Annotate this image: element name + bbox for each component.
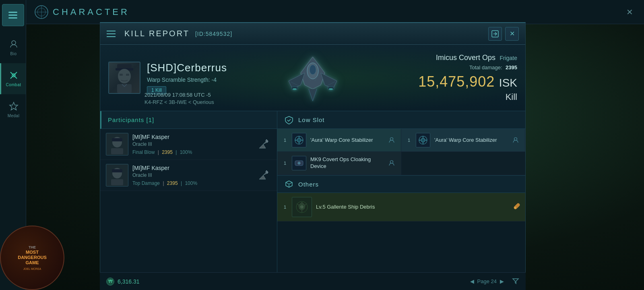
participant-name-2: [MI]MF Kasper — [132, 165, 251, 171]
panel-actions: ✕ — [488, 27, 519, 41]
slot-icon-3 — [292, 156, 306, 170]
ad-title-line4: GAME — [18, 260, 47, 265]
svg-point-43 — [421, 138, 425, 142]
kill-report-panel: KILL REPORT [ID:5849532] ✕ — [100, 22, 526, 282]
low-slot-items: 1 'Aura' Warp Core Stabilizer — [277, 129, 525, 175]
app-logo — [34, 5, 49, 19]
ship-image — [272, 53, 353, 105]
kill-ship-type: Frigate — [500, 55, 517, 61]
sidebar-menu-button[interactable] — [2, 4, 24, 26]
svg-point-56 — [301, 206, 303, 208]
slot-action-1[interactable] — [387, 136, 396, 145]
participant-info-2: [MI]MF Kasper Oracle III Top Damage | 23… — [132, 165, 251, 186]
total-damage-label: Total damage: — [469, 64, 502, 70]
svg-point-24 — [310, 65, 316, 75]
topbar-close-button[interactable]: ✕ — [623, 6, 636, 19]
participant-ship-2: Oracle III — [132, 172, 251, 178]
participants-panel: Participants [1] [MI]MF Kasper Oracle II… — [100, 111, 277, 283]
hamburger-icon — [8, 12, 17, 19]
kill-date: 2021/08/09 17:08:58 UTC -5 — [144, 92, 214, 98]
export-button[interactable] — [488, 27, 502, 41]
slot-qty-3: 1 — [282, 161, 288, 166]
svg-rect-0 — [8, 12, 17, 13]
svg-marker-7 — [10, 102, 18, 110]
kill-stats: Imicus Covert Ops Frigate Total damage: … — [418, 54, 517, 102]
low-slot-item-empty — [401, 152, 525, 175]
ad-title-line3: DANGEROUS — [18, 255, 47, 260]
participants-title: Participants [1] — [108, 116, 154, 123]
slot-name-2: 'Aura' Warp Core Stabilizer — [434, 137, 497, 144]
participant-avatar-2 — [106, 164, 128, 186]
svg-point-57 — [514, 207, 516, 209]
others-title: Others — [298, 181, 319, 188]
warp-core-icon-1 — [293, 135, 305, 146]
panel-menu-button[interactable] — [107, 28, 119, 40]
slots-panel: Low Slot 1 — [277, 111, 525, 283]
sidebar-item-medal[interactable]: Medal — [0, 94, 26, 125]
filter-button[interactable] — [512, 277, 519, 286]
panel-id: [ID:5849532] — [195, 31, 232, 37]
ad-title-line2: MOST — [18, 250, 47, 255]
victim-name: [SHD]Cerberrus — [147, 62, 227, 74]
slot-icon-2 — [416, 133, 430, 147]
panel-header: KILL REPORT [ID:5849532] ✕ — [100, 23, 525, 45]
participants-header: Participants [1] — [100, 111, 277, 129]
svg-rect-1 — [8, 14, 17, 16]
sidebar-item-combat[interactable]: Combat — [0, 63, 26, 94]
slot-action-2[interactable] — [511, 136, 520, 145]
svg-rect-30 — [112, 138, 122, 141]
low-slot-item-1: 1 'Aura' Warp Core Stabilizer — [277, 129, 401, 152]
next-page-button[interactable]: ▶ — [500, 278, 504, 284]
bio-icon — [9, 39, 19, 49]
warp-core-icon-2 — [417, 135, 429, 146]
slot-action-3[interactable] — [387, 159, 396, 168]
sidebar-medal-label: Medal — [8, 114, 20, 118]
debris-icon — [294, 199, 310, 215]
export-icon — [491, 30, 499, 37]
kill-meta: 2021/08/09 17:08:58 UTC -5 K4-RFZ < 3B-I… — [144, 92, 214, 105]
svg-point-22 — [293, 88, 297, 90]
participant-portrait-1 — [107, 134, 127, 154]
slot-qty-1: 1 — [282, 138, 288, 143]
sidebar-bio-label: Bio — [10, 52, 17, 56]
victim-warp-scramble: Warp Scramble Strength: -4 — [147, 77, 227, 83]
person-icon-2 — [512, 137, 519, 143]
kill-isk-unit: ISK — [499, 77, 517, 89]
prev-page-button[interactable]: ◀ — [470, 278, 474, 284]
filter-icon — [512, 277, 519, 284]
cloak-icon — [293, 157, 305, 169]
close-button[interactable]: ✕ — [505, 27, 519, 41]
low-slot-title: Low Slot — [298, 116, 325, 123]
kill-location: K4-RFZ < 3B-IWE < Querious — [144, 99, 214, 105]
participant-avatar-1 — [106, 133, 128, 155]
low-slot-icon — [284, 115, 294, 125]
svg-rect-16 — [120, 74, 123, 76]
low-slot-item-2: 1 'Aura' Warp Core Stabilizer — [401, 129, 525, 152]
victim-portrait — [111, 62, 138, 93]
combat-icon — [9, 70, 19, 80]
others-icon — [284, 179, 294, 189]
participant-info-1: [MI]MF Kasper Oracle III Final Blow | 23… — [132, 134, 251, 155]
weapon-icon-2 — [256, 168, 270, 182]
others-qty-1: 1 — [282, 205, 288, 209]
svg-line-52 — [286, 182, 289, 184]
isk-icon: ₩ — [106, 278, 114, 286]
sidebar-item-bio[interactable]: Bio — [0, 32, 26, 63]
shield-icon — [285, 116, 293, 124]
svg-rect-33 — [111, 179, 123, 185]
lower-section: Participants [1] [MI]MF Kasper Oracle II… — [100, 111, 525, 283]
slot-qty-2: 1 — [406, 138, 412, 143]
svg-rect-29 — [111, 148, 123, 154]
slot-icon-1 — [292, 133, 306, 147]
ad-title-line1: the — [18, 245, 47, 250]
ship-display — [262, 49, 363, 109]
close-icon: ✕ — [510, 30, 515, 37]
svg-point-36 — [297, 138, 301, 142]
person-icon-3 — [388, 160, 395, 166]
svg-rect-34 — [112, 169, 122, 172]
panel-title: KILL REPORT — [124, 29, 190, 38]
person-icon-1 — [388, 137, 395, 143]
others-item-1: 1 Lv.5 Gallente Ship Debris — [277, 193, 525, 222]
total-damage-value: 2395 — [506, 64, 517, 70]
others-action-1[interactable] — [513, 203, 520, 212]
